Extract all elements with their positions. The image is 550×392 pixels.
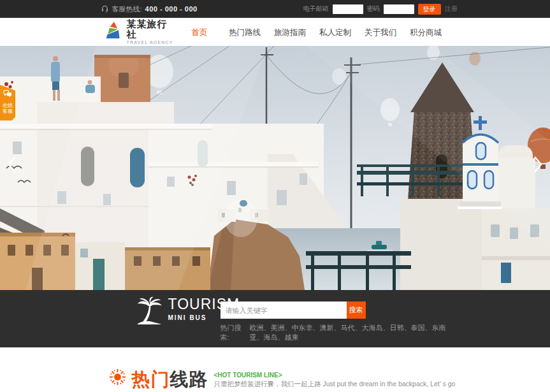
tagline-cn: 只需把梦想装进行囊，我们一起上路 Just put the dream in t…	[214, 380, 456, 388]
sun-icon	[108, 368, 127, 389]
hotline: 客服热线: 400 - 000 - 000	[92, 4, 198, 14]
hotline-number: 400 - 000 - 000	[145, 5, 198, 13]
hotline-label: 客服热线:	[112, 4, 142, 14]
chevron-right-icon	[532, 155, 544, 174]
tagline-en: <HOT TOURISM LINE>	[214, 372, 456, 379]
email-input[interactable]	[333, 4, 363, 14]
password-label: 密码	[367, 4, 380, 13]
login-area: 电子邮箱 密码 登录 注册	[303, 4, 459, 15]
nav-item-home[interactable]: 首页	[177, 26, 222, 38]
search-button[interactable]: 搜索	[347, 301, 366, 319]
hot-search-label: 热门搜索:	[221, 323, 246, 342]
headset-icon	[101, 4, 109, 14]
nav-item-hot-routes[interactable]: 热门路线	[222, 26, 268, 38]
nav-menu: 首页 热门路线 旅游指南 私人定制 关于我们 积分商城	[177, 26, 459, 38]
logo[interactable]: 某某旅行社 TRAVEL AGENCY	[92, 19, 177, 45]
hero-carousel: 在线客服	[0, 46, 550, 290]
password-input[interactable]	[384, 4, 414, 14]
email-label: 电子邮箱	[303, 4, 329, 13]
register-link[interactable]: 注册	[445, 4, 458, 13]
chat-bubble-icon	[3, 89, 12, 101]
search-band: TOURISM MINI BUS 搜索 热门搜索: 欧洲、美洲、中东非、澳新、马…	[0, 290, 550, 347]
nav-item-points-mall[interactable]: 积分商城	[403, 26, 449, 38]
nav-item-about-us[interactable]: 关于我们	[358, 26, 403, 38]
nav-item-private-custom[interactable]: 私人定制	[313, 26, 358, 38]
chevron-left-icon	[6, 155, 18, 174]
nav-item-travel-guide[interactable]: 旅游指南	[268, 26, 313, 38]
hero-prev-button[interactable]	[4, 154, 20, 176]
hero-image	[0, 46, 550, 290]
hero-next-button[interactable]	[530, 154, 546, 176]
logo-title: 某某旅行社	[127, 19, 177, 40]
main-nav: 某某旅行社 TRAVEL AGENCY 首页 热门路线 旅游指南 私人定制 关于…	[0, 18, 550, 46]
section-tagline: <HOT TOURISM LINE> 只需把梦想装进行囊，我们一起上路 Just…	[214, 372, 456, 389]
logo-subtitle: TRAVEL AGENCY	[127, 40, 177, 45]
login-button[interactable]: 登录	[418, 4, 441, 15]
customer-service-badge[interactable]: 在线客服	[0, 85, 15, 120]
hot-line-section: 热门线路 <HOT TOURISM LINE> 只需把梦想装进行囊，我们一起上路…	[0, 347, 550, 389]
search-input[interactable]	[221, 301, 347, 319]
palm-tree-icon	[136, 296, 163, 329]
section-title: 热门线路	[132, 370, 208, 389]
service-badge-label: 在线客服	[2, 103, 13, 114]
hot-search-row: 热门搜索: 欧洲、美洲、中东非、澳新、马代、大海岛、日韩、泰国、东南亚、海岛、越…	[221, 323, 459, 342]
logo-sail-icon	[105, 21, 122, 43]
topbar: 客服热线: 400 - 000 - 000 电子邮箱 密码 登录 注册	[0, 0, 550, 18]
search-box: 搜索	[221, 301, 366, 319]
hot-keywords[interactable]: 欧洲、美洲、中东非、澳新、马代、大海岛、日韩、泰国、东南亚、海岛、越柬	[250, 323, 459, 342]
